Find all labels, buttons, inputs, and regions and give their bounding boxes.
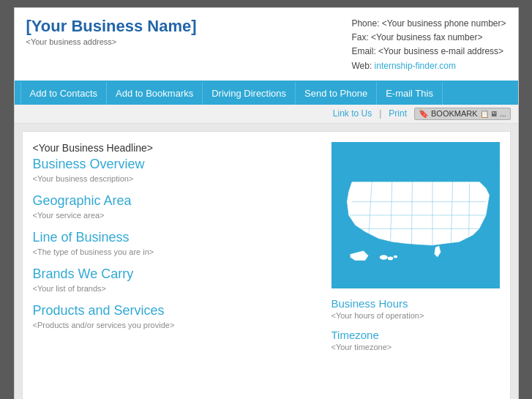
geo-desc: <Your service area>	[33, 211, 320, 220]
header-left: [Your Business Name] <Your business addr…	[26, 17, 197, 46]
business-headline: <Your Business Headline>	[33, 142, 320, 154]
bookmark-label: BOOKMARK	[431, 109, 478, 118]
web-text: Web:	[351, 61, 372, 71]
fax-label: Fax: <Your business fax number>	[351, 31, 506, 45]
web-label: Web: internship-finder.com	[351, 59, 506, 73]
header-right: Phone: <Your business phone number> Fax:…	[351, 17, 506, 73]
overview-title: Business Overview	[33, 157, 320, 172]
geo-title: Geographic Area	[33, 193, 320, 209]
svg-point-12	[393, 255, 397, 258]
us-map-svg	[331, 142, 500, 288]
toolbar: Link to Us | Print 🔖 BOOKMARK 📋 🖥 ...	[15, 105, 518, 124]
email-label: Email: <Your business e-mail address>	[351, 45, 506, 59]
hours-desc: <Your hours of operation>	[331, 311, 500, 320]
timezone-title: Timezone	[331, 329, 500, 341]
toolbar-separator: |	[379, 108, 381, 119]
business-name: [Your Business Name]	[26, 17, 197, 36]
lob-title: Line of Business	[33, 230, 320, 245]
svg-point-11	[387, 256, 392, 260]
navbar: Add to Contacts Add to Bookmarks Driving…	[15, 82, 518, 105]
content-right: Business Hours <Your hours of operation>…	[331, 142, 500, 398]
hours-title: Business Hours	[331, 297, 500, 310]
products-title: Products and Services	[33, 303, 320, 318]
products-desc: <Products and/or services you provide>	[33, 321, 320, 329]
phone-label: Phone: <Your business phone number>	[351, 17, 506, 31]
bookmark-icons-extra: 📋 🖥 ...	[480, 110, 506, 118]
svg-point-10	[379, 255, 387, 259]
link-to-us-button[interactable]: Link to Us	[333, 108, 372, 119]
nav-add-contacts[interactable]: Add to Contacts	[20, 82, 108, 105]
us-map-container	[331, 142, 500, 288]
nav-driving-directions[interactable]: Driving Directions	[203, 82, 296, 105]
page-wrapper: [Your Business Name] <Your business addr…	[14, 7, 519, 399]
nav-email-this[interactable]: E-mail This	[377, 82, 443, 105]
business-address: <Your business address>	[26, 37, 197, 46]
header: [Your Business Name] <Your business addr…	[15, 8, 518, 82]
bookmark-badge[interactable]: 🔖 BOOKMARK 📋 🖥 ...	[414, 108, 510, 120]
nav-send-to-phone[interactable]: Send to Phone	[296, 82, 377, 105]
main-content: <Your Business Headline> Business Overvi…	[22, 131, 511, 399]
bookmark-icon: 🔖	[419, 109, 429, 119]
timezone-desc: <Your timezone>	[331, 343, 500, 351]
nav-add-bookmarks[interactable]: Add to Bookmarks	[107, 82, 203, 105]
web-link[interactable]: internship-finder.com	[375, 61, 456, 71]
brands-title: Brands We Carry	[33, 266, 320, 282]
lob-desc: <The type of business you are in>	[33, 247, 320, 256]
content-left: <Your Business Headline> Business Overvi…	[33, 142, 320, 398]
overview-desc: <Your business description>	[33, 174, 320, 183]
print-button[interactable]: Print	[389, 108, 407, 119]
brands-desc: <Your list of brands>	[33, 284, 320, 293]
